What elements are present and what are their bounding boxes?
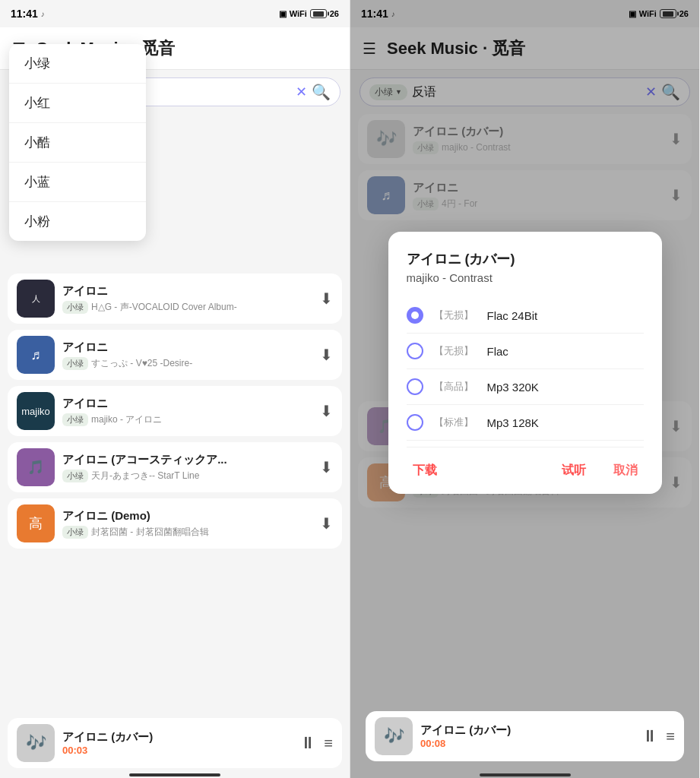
left-pause-btn[interactable]: ⏸ <box>299 733 316 753</box>
left-song-info-0: アイロニ 小绿 H△G - 声-VOCALOID Cover Album- <box>62 284 312 314</box>
left-np-info: アイロニ (カバー) 00:03 <box>62 730 292 756</box>
right-queue-btn[interactable]: ≡ <box>666 728 675 745</box>
left-np-controls: ⏸ ≡ <box>299 733 333 753</box>
format-label-1: Flac <box>487 345 508 358</box>
right-np-title: アイロニ (カバー) <box>420 723 634 738</box>
left-song-title-0: アイロニ <box>62 284 312 299</box>
right-panel: 11:41 ♪ ▣ WiFi 26 ☰ Seek Music · 觅音 小绿 ▼… <box>350 0 699 778</box>
left-artist-0: H△G - 声-VOCALOID Cover Album- <box>91 301 237 314</box>
left-song-meta-4: 小绿 封茗囧菌 - 封茗囧菌翻唱合辑 <box>62 526 312 539</box>
download-button[interactable]: 下载 <box>407 460 443 482</box>
left-tag-0: 小绿 <box>62 301 88 314</box>
right-np-info: アイロニ (カバー) 00:08 <box>420 723 634 749</box>
dialog-title: アイロニ (カバー) <box>407 250 644 268</box>
left-status-bar: 11:41 ♪ ▣ WiFi 26 <box>0 0 350 27</box>
left-song-item-0[interactable]: 人 アイロニ 小绿 H△G - 声-VOCALOID Cover Album- … <box>8 274 342 324</box>
radio-0[interactable] <box>407 307 423 324</box>
left-song-title-1: アイロニ <box>62 340 312 355</box>
left-song-list: 人 アイロニ 小绿 H△G - 声-VOCALOID Cover Album- … <box>0 270 350 715</box>
music-icon-left: ♪ <box>41 10 45 18</box>
dialog-option-1[interactable]: 【无损】 Flac <box>407 334 644 369</box>
status-left: 11:41 ♪ <box>11 8 45 20</box>
radio-2[interactable] <box>407 378 423 395</box>
quality-label-0: 【无损】 <box>434 308 474 322</box>
left-thumb-3: 🎵 <box>17 448 55 486</box>
wifi-icon-left: WiFi <box>290 9 307 18</box>
preview-button[interactable]: 试听 <box>556 460 592 482</box>
left-song-item-1[interactable]: ♬ アイロニ 小绿 すこっぷ - V♥25 -Desire- ⬇ <box>8 330 342 380</box>
quality-label-3: 【标准】 <box>434 416 474 429</box>
quality-label-2: 【高品】 <box>434 380 474 394</box>
left-download-4[interactable]: ⬇ <box>320 514 333 533</box>
left-queue-btn[interactable]: ≡ <box>324 735 333 752</box>
left-song-meta-0: 小绿 H△G - 声-VOCALOID Cover Album- <box>62 301 312 314</box>
right-np-time: 00:08 <box>420 738 634 749</box>
left-np-thumb: 🎶 <box>17 724 55 762</box>
left-tag-1: 小绿 <box>62 357 88 370</box>
left-artist-2: majiko - アイロニ <box>91 413 162 426</box>
left-song-meta-3: 小绿 天月-あまつき-- StarT Line <box>62 470 312 482</box>
left-np-time: 00:03 <box>62 745 292 756</box>
left-download-1[interactable]: ⬇ <box>320 346 333 364</box>
left-song-meta-2: 小绿 majiko - アイロニ <box>62 413 312 426</box>
format-label-3: Mp3 128K <box>487 416 539 429</box>
left-tag-2: 小绿 <box>62 413 88 426</box>
status-right-left: ▣ WiFi 26 <box>279 9 339 19</box>
left-now-playing: 🎶 アイロニ (カバー) 00:03 ⏸ ≡ <box>8 718 342 768</box>
left-song-item-4[interactable]: 高 アイロニ (Demo) 小绿 封茗囧菌 - 封茗囧菌翻唱合辑 ⬇ <box>8 498 342 549</box>
right-pause-btn[interactable]: ⏸ <box>641 726 658 746</box>
left-song-item-2[interactable]: majiko アイロニ 小绿 majiko - アイロニ ⬇ <box>8 386 342 436</box>
left-song-info-4: アイロニ (Demo) 小绿 封茗囧菌 - 封茗囧菌翻唱合辑 <box>62 509 312 539</box>
left-download-2[interactable]: ⬇ <box>320 402 333 420</box>
left-song-info-3: アイロニ (アコースティックア... 小绿 天月-あまつき-- StarT Li… <box>62 453 312 482</box>
battery-left <box>310 9 327 18</box>
dropdown-item-4[interactable]: 小粉 <box>9 202 146 241</box>
left-song-title-4: アイロニ (Demo) <box>62 509 312 523</box>
left-song-meta-1: 小绿 すこっぷ - V♥25 -Desire- <box>62 357 312 370</box>
left-artist-1: すこっぷ - V♥25 -Desire- <box>91 357 192 370</box>
left-thumb-0: 人 <box>17 280 55 318</box>
left-thumb-2: majiko <box>17 392 55 430</box>
left-song-title-2: アイロニ <box>62 397 312 411</box>
left-download-0[interactable]: ⬇ <box>320 289 333 308</box>
left-panel: 11:41 ♪ ▣ WiFi 26 ☰ Seek Music · 觅音 小绿 ▼… <box>0 0 350 778</box>
left-artist-4: 封茗囧菌 - 封茗囧菌翻唱合辑 <box>91 526 209 539</box>
left-np-title: アイロニ (カバー) <box>62 730 292 745</box>
dropdown-item-2[interactable]: 小酷 <box>9 123 146 163</box>
dropdown-item-3[interactable]: 小蓝 <box>9 163 146 202</box>
left-bottom-indicator <box>129 773 220 776</box>
left-song-item-3[interactable]: 🎵 アイロニ (アコースティックア... 小绿 天月-あまつき-- StarT … <box>8 442 342 492</box>
left-dropdown: 小绿 小红 小酷 小蓝 小粉 <box>9 44 146 241</box>
left-tag-4: 小绿 <box>62 526 88 539</box>
radio-1[interactable] <box>407 343 423 359</box>
left-clear-btn[interactable]: ✕ <box>296 84 307 100</box>
left-song-title-3: アイロニ (アコースティックア... <box>62 453 312 467</box>
left-thumb-4: 高 <box>17 504 55 542</box>
left-artist-3: 天月-あまつき-- StarT Line <box>91 470 199 482</box>
left-search-btn[interactable]: 🔍 <box>312 83 331 101</box>
format-label-0: Flac 24Bit <box>487 309 538 322</box>
left-song-info-2: アイロニ 小绿 majiko - アイロニ <box>62 397 312 426</box>
download-dialog: アイロニ (カバー) majiko - Contrast 【无损】 Flac 2… <box>388 232 662 494</box>
left-download-3[interactable]: ⬇ <box>320 458 333 476</box>
right-now-playing: 🎶 アイロニ (カバー) 00:08 ⏸ ≡ <box>366 711 684 761</box>
battery-num-left: 26 <box>330 9 339 18</box>
dialog-option-2[interactable]: 【高品】 Mp3 320K <box>407 369 644 405</box>
dropdown-item-1[interactable]: 小红 <box>9 84 146 123</box>
dialog-option-3[interactable]: 【标准】 Mp3 128K <box>407 405 644 441</box>
cancel-button[interactable]: 取消 <box>607 460 644 482</box>
right-np-thumb: 🎶 <box>375 717 413 755</box>
right-np-controls: ⏸ ≡ <box>641 726 675 746</box>
right-bottom-bar <box>350 774 699 778</box>
right-bottom-indicator <box>480 773 571 776</box>
left-tag-3: 小绿 <box>62 470 88 482</box>
radio-3[interactable] <box>407 414 423 431</box>
quality-label-1: 【无损】 <box>434 344 474 358</box>
dialog-option-0[interactable]: 【无损】 Flac 24Bit <box>407 298 644 334</box>
status-time-left: 11:41 <box>11 8 38 20</box>
sim-icon-left: ▣ <box>279 9 287 19</box>
dialog-actions: 下载 试听 取消 <box>407 447 644 494</box>
left-bottom-bar <box>0 774 350 778</box>
left-song-info-1: アイロニ 小绿 すこっぷ - V♥25 -Desire- <box>62 340 312 370</box>
dropdown-item-0[interactable]: 小绿 <box>9 44 146 84</box>
